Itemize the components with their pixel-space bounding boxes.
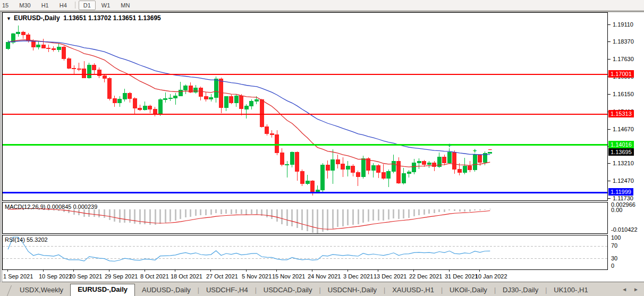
price-line-label-1.17001: 1.17001 xyxy=(608,70,634,78)
macd-histogram-bar xyxy=(448,209,450,211)
candle-body xyxy=(382,172,385,178)
rsi-value: 55.3202 xyxy=(27,236,48,243)
candle-body xyxy=(67,59,71,69)
macd-histogram-bar xyxy=(428,209,430,214)
ma-slow-line xyxy=(8,41,490,155)
timeframe-button-h4[interactable]: H4 xyxy=(55,1,72,10)
candle-body xyxy=(357,173,360,177)
rsi-canvas[interactable] xyxy=(3,235,607,269)
rsi-panel[interactable]: RSI(14) 55.3202 xyxy=(2,235,608,270)
tab-usdcad-daily[interactable]: USDCAD-,Daily xyxy=(257,285,319,296)
timeframe-button-w1[interactable]: W1 xyxy=(97,1,115,10)
date-label: 13 Dec 2021 xyxy=(374,273,406,280)
candle-body xyxy=(158,100,162,115)
candle-body xyxy=(300,172,304,184)
macd-histogram-bar xyxy=(388,209,389,220)
timeframe-button-h1[interactable]: H1 xyxy=(37,1,54,10)
candle-body xyxy=(265,127,269,134)
date-tick-mark xyxy=(449,270,450,272)
tab-eurusd-daily[interactable]: EURUSD-,Daily xyxy=(70,284,135,296)
macd-scale-zero: 0.00 xyxy=(611,207,622,213)
date-tick-mark xyxy=(246,270,247,272)
candle-body xyxy=(62,47,66,59)
macd-histogram-bar xyxy=(393,209,394,218)
candle-body xyxy=(463,166,467,172)
price-axis-tick: 1.17630 xyxy=(613,56,634,62)
axis-corner xyxy=(608,270,644,282)
date-label: 24 Nov 2021 xyxy=(308,273,341,280)
date-tick-mark xyxy=(413,270,414,272)
macd-histogram-bar xyxy=(245,209,247,215)
macd-histogram-bar xyxy=(413,209,415,216)
tab-dj30-daily[interactable]: DJ30-,Daily xyxy=(496,285,545,296)
symbol-dropdown-icon[interactable]: ▼ xyxy=(6,16,11,21)
candle-body xyxy=(244,106,248,109)
macd-histogram-bar xyxy=(317,209,318,233)
price-tick-mark xyxy=(608,94,611,95)
macd-histogram-bar xyxy=(139,209,141,224)
macd-histogram-bar xyxy=(459,209,461,212)
date-tick-mark xyxy=(73,270,74,272)
timeframe-button-mn[interactable]: MN xyxy=(116,1,134,10)
macd-histogram-bar xyxy=(231,209,232,214)
macd-label: MACD(12,26,9) 0.000845 0.000239 xyxy=(5,204,97,210)
macd-histogram-bar xyxy=(88,209,90,217)
date-tick-mark xyxy=(109,270,109,272)
candle-body xyxy=(402,173,405,183)
macd-axis: 0.0029660.00-0.010422 xyxy=(608,202,644,234)
tab-scroll-left-icon[interactable]: ◄ xyxy=(622,286,627,292)
price-chart-panel[interactable]: ▼EURUSD-,Daily 1.13651 1.13702 1.13651 1… xyxy=(2,12,608,201)
candle-body xyxy=(371,166,375,170)
candle-body xyxy=(478,155,482,162)
tab-xauusd-h1[interactable]: XAUUSD-,H1 xyxy=(385,285,441,296)
candle-body xyxy=(31,41,35,47)
minus-marker: – xyxy=(488,145,492,153)
timeframe-button-15[interactable]: 15 xyxy=(1,1,13,10)
candle-body xyxy=(174,96,177,98)
tab-uk100-h1[interactable]: UK100-,H1 xyxy=(547,285,595,296)
macd-histogram-bar xyxy=(358,209,359,224)
candle-body xyxy=(224,97,228,107)
rsi-scale-0: 0 xyxy=(611,263,614,269)
candle-body xyxy=(331,159,335,170)
date-label: 27 Oct 2021 xyxy=(206,273,238,280)
macd-histogram-bar xyxy=(438,209,440,213)
price-axis-tick: 1.13210 xyxy=(613,160,634,166)
rsi-line xyxy=(8,237,490,261)
candle-body xyxy=(321,165,325,190)
price-chart-canvas[interactable]: ++– xyxy=(3,13,607,200)
macd-histogram-bar xyxy=(469,209,471,212)
candle-body xyxy=(361,159,365,177)
timeframe-button-d1[interactable]: D1 xyxy=(79,1,96,10)
macd-histogram-bar xyxy=(327,209,328,231)
macd-histogram-bar xyxy=(251,209,252,215)
tab-scroll-right-icon[interactable]: ► xyxy=(633,286,639,292)
macd-histogram-bar xyxy=(307,209,308,231)
tab-usdchf-h4[interactable]: USDCHF-,H4 xyxy=(199,285,255,296)
tab-audusd-daily[interactable]: AUDUSD-,Daily xyxy=(135,285,198,296)
tab-ukoil-daily[interactable]: UKOil-,Daily xyxy=(443,285,494,296)
macd-histogram-bar xyxy=(296,209,298,228)
date-label: 15 Nov 2021 xyxy=(272,273,305,280)
tab-usdcnh-daily[interactable]: USDCNH-,Daily xyxy=(321,285,384,296)
candle-body xyxy=(240,96,243,109)
date-label: 20 Sep 2021 xyxy=(69,273,102,280)
price-line-label-1.14016: 1.14016 xyxy=(608,141,634,148)
macd-histogram-bar xyxy=(454,209,455,211)
macd-histogram-bar xyxy=(322,209,324,232)
macd-histogram-bar xyxy=(195,209,197,216)
candle-body xyxy=(184,86,188,90)
date-label: 22 Dec 2021 xyxy=(409,273,442,280)
price-line-label-1.11999: 1.11999 xyxy=(608,188,633,196)
macd-histogram-bar xyxy=(408,209,410,218)
candle-body xyxy=(164,99,167,100)
tab-usdx-weekly[interactable]: USDX,Weekly xyxy=(13,285,70,296)
date-tick-mark xyxy=(312,270,312,272)
price-tick-mark xyxy=(608,129,611,130)
macd-panel[interactable]: MACD(12,26,9) 0.000845 0.000239 xyxy=(2,202,608,234)
candle-body xyxy=(412,163,416,172)
date-tick-mark xyxy=(276,270,277,272)
macd-histogram-bar xyxy=(180,209,181,219)
timeframe-button-m30[interactable]: M30 xyxy=(14,1,35,10)
price-axis-tick: 1.11730 xyxy=(613,195,633,201)
